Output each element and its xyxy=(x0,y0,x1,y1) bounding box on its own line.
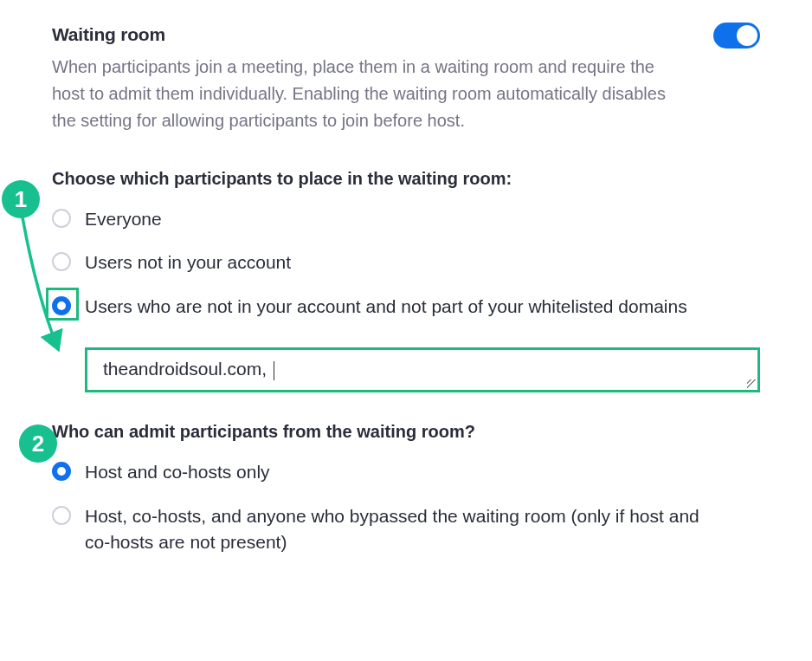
radio-label: Users not in your account xyxy=(85,249,291,275)
radio-host-cohost-only[interactable]: Host and co-hosts only xyxy=(52,459,760,485)
annotation-badge-2: 2 xyxy=(19,424,57,463)
radio-label: Everyone xyxy=(85,206,162,232)
admit-radio-group: Host and co-hosts only Host, co-hosts, a… xyxy=(52,459,760,555)
radio-label: Host, co-hosts, and anyone who bypassed … xyxy=(85,503,708,556)
radio-icon xyxy=(52,462,71,481)
participants-radio-group: Everyone Users not in your account Users… xyxy=(52,206,760,320)
setting-title: Waiting room xyxy=(52,24,165,45)
annotation-arrow-icon xyxy=(19,216,80,363)
admit-subtitle: Who can admit participants from the wait… xyxy=(52,422,760,442)
radio-label: Host and co-hosts only xyxy=(85,459,270,485)
whitelist-domain-input[interactable]: theandroidsoul.com, xyxy=(85,347,760,392)
radio-not-in-account[interactable]: Users not in your account xyxy=(52,249,760,275)
radio-everyone[interactable]: Everyone xyxy=(52,206,760,232)
annotation-badge-1: 1 xyxy=(2,180,40,218)
input-value-text: theandroidsoul.com, xyxy=(103,359,272,379)
radio-not-in-account-whitelist[interactable]: Users who are not in your account and no… xyxy=(52,294,760,320)
radio-anyone-bypassed[interactable]: Host, co-hosts, and anyone who bypassed … xyxy=(52,503,760,556)
participants-subtitle: Choose which participants to place in th… xyxy=(52,169,760,189)
radio-label: Users who are not in your account and no… xyxy=(85,294,687,320)
text-caret-icon xyxy=(274,361,274,380)
setting-description: When participants join a meeting, place … xyxy=(52,54,675,134)
radio-icon xyxy=(52,506,71,525)
waiting-room-toggle[interactable] xyxy=(713,23,760,49)
